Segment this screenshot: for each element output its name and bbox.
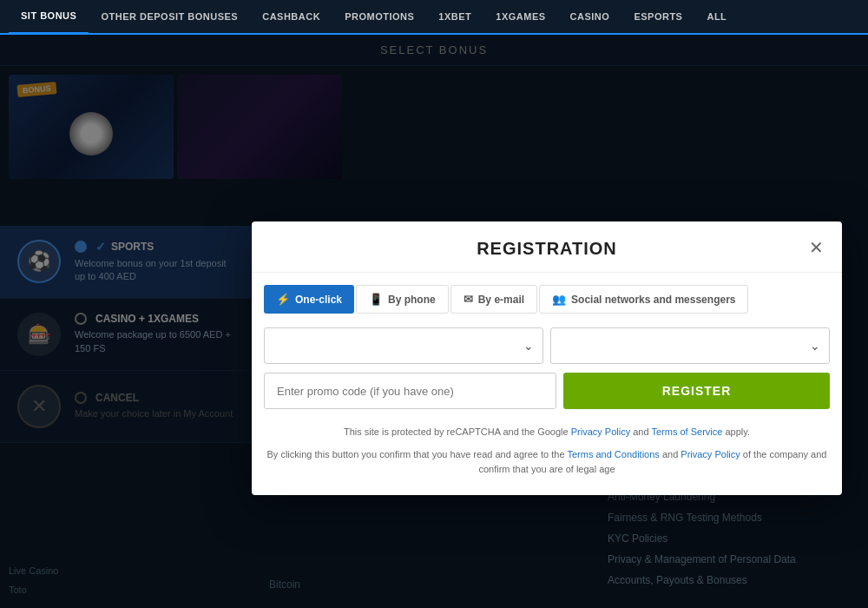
nav-item-cashback[interactable]: CASHBACK	[250, 0, 332, 34]
nav-item-other-deposit[interactable]: OTHER DEPOSIT BONUSES	[89, 0, 250, 34]
social-icon: 👥	[552, 293, 566, 306]
promo-register-row: REGISTER	[264, 373, 830, 409]
legal-text-1: This site is protected by reCAPTCHA and …	[252, 418, 842, 440]
nav-item-promotions[interactable]: PROMOTIONS	[332, 0, 426, 34]
legal-text-2: By clicking this button you confirm that…	[252, 440, 842, 478]
tab-social[interactable]: 👥 Social networks and messengers	[539, 285, 748, 314]
selects-row: ⌄ ⌄	[264, 327, 830, 364]
modal-title: REGISTRATION	[273, 239, 821, 259]
registration-tabs: ⚡ One-click 📱 By phone ✉ By e-mail 👥 Soc…	[252, 273, 842, 314]
nav-item-all[interactable]: ALL	[694, 0, 739, 34]
tab-social-label: Social networks and messengers	[571, 294, 735, 306]
terms-conditions-link[interactable]: Terms and Conditions	[567, 449, 659, 459]
privacy-policy-link-2[interactable]: Privacy Policy	[681, 449, 740, 459]
tab-by-email-label: By e-mail	[478, 294, 524, 306]
nav-item-casino[interactable]: CASINO	[558, 0, 622, 34]
nav-item-deposit-bonus[interactable]: SIT BONUS	[9, 0, 89, 34]
top-navigation: SIT BONUS OTHER DEPOSIT BONUSES CASHBACK…	[0, 0, 868, 35]
phone-icon: 📱	[369, 293, 383, 306]
nav-item-1xgames[interactable]: 1XGAMES	[483, 0, 557, 34]
background-content: SELECT BONUS ⚽ ✓ SPORTS Welcome bonus on…	[0, 35, 868, 608]
country-select-wrapper[interactable]: ⌄	[550, 327, 830, 364]
tab-one-click-label: One-click	[295, 294, 342, 306]
lightning-icon: ⚡	[276, 293, 290, 306]
chevron-down-icon-2: ⌄	[810, 339, 820, 353]
chevron-down-icon-1: ⌄	[523, 339, 534, 353]
nav-item-esports[interactable]: ESPORTS	[621, 0, 694, 34]
register-button[interactable]: REGISTER	[563, 373, 830, 409]
promo-code-input[interactable]	[264, 373, 556, 409]
nav-item-1xbet[interactable]: 1XBET	[426, 0, 483, 34]
tab-by-phone-label: By phone	[388, 294, 436, 306]
close-button[interactable]: ✕	[804, 235, 828, 260]
modal-header: REGISTRATION ✕	[252, 221, 842, 273]
currency-select-wrapper[interactable]: ⌄	[264, 327, 543, 364]
modal-body: ⌄ ⌄ REGISTER	[252, 314, 842, 409]
terms-of-service-link[interactable]: Terms of Service	[651, 426, 722, 437]
tab-by-email[interactable]: ✉ By e-mail	[450, 285, 537, 314]
tab-by-phone[interactable]: 📱 By phone	[356, 285, 449, 314]
email-icon: ✉	[464, 293, 473, 306]
privacy-policy-link-1[interactable]: Privacy Policy	[571, 426, 630, 437]
registration-modal: REGISTRATION ✕ ⚡ One-click 📱 By phone ✉ …	[252, 221, 842, 495]
tab-one-click[interactable]: ⚡ One-click	[264, 285, 354, 314]
